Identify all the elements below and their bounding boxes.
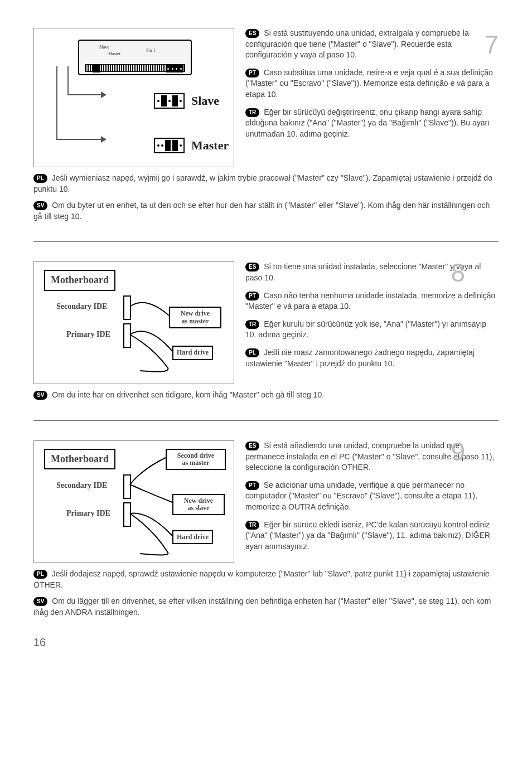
s7-es: Si está sustituyendo una unidad, extraíg… xyxy=(245,28,469,59)
badge-sv: SV xyxy=(33,201,47,210)
s8-pt: Caso não tenha nenhuma unidade instalada… xyxy=(245,291,495,311)
slave-label: Slave xyxy=(191,93,219,110)
fig9-seconddrive: Second drive as master xyxy=(166,449,226,470)
figure-8: Motherboard Secondary IDE Primary IDE Ne… xyxy=(33,261,234,384)
fig7-top-slave-label: Slave xyxy=(99,44,109,50)
s7-tr: Eğer bir sürücüyü değiştirirseniz, onu ç… xyxy=(245,108,490,138)
step-number-7: 7 xyxy=(484,27,499,62)
fig9-primary: Primary IDE xyxy=(66,508,110,519)
badge-pt: PT xyxy=(245,292,259,300)
badge-pl: PL xyxy=(245,348,259,357)
s9-pt: Se adicionar uma unidade, verifique a qu… xyxy=(245,481,477,511)
figure-7: Slave Master Pin 1 Sl xyxy=(33,28,234,167)
jumper-slave-small xyxy=(93,65,100,72)
step-number-8: 8 xyxy=(451,255,465,290)
s9-tr: Eğer bir sürücü ekledi iseniz, PC'de kal… xyxy=(245,520,490,551)
s9-pl: Jeśli dodajesz napęd, sprawdź ustawienie… xyxy=(33,569,490,589)
s8-es: Si no tiene una unidad instalada, selecc… xyxy=(245,262,481,282)
s8-pl: Jeśli nie masz zamontowanego żadnego nap… xyxy=(245,348,475,368)
step-7: 7 Slave Master Pin 1 xyxy=(33,28,499,222)
fig8-sec-ide-port xyxy=(123,295,131,320)
fig9-pri-ide-port xyxy=(123,502,131,527)
fig7-top-master-label: Master xyxy=(108,51,120,57)
s7-pl: Jeśli wymieniasz napęd, wyjmij go i spra… xyxy=(33,173,492,193)
s7-sv: Om du byter ut en enhet, ta ut den och s… xyxy=(33,201,490,221)
fig8-harddrive: Hard drive xyxy=(172,346,213,360)
page-number: 16 xyxy=(33,634,499,650)
badge-pt: PT xyxy=(245,69,259,77)
fig8-motherboard: Motherboard xyxy=(44,270,115,290)
badge-es: ES xyxy=(245,263,259,271)
fig7-pin1-label: Pin 1 xyxy=(146,47,156,54)
fig9-motherboard: Motherboard xyxy=(44,449,115,469)
badge-pt: PT xyxy=(245,481,259,490)
badge-tr: TR xyxy=(245,521,259,530)
badge-es: ES xyxy=(245,29,259,38)
divider xyxy=(33,241,499,242)
s8-sv: Om du inte har en drivenhet sen tidigare… xyxy=(52,390,324,399)
fig8-newdrive: New drive as master xyxy=(169,307,221,328)
master-label: Master xyxy=(191,137,229,154)
badge-sv: SV xyxy=(33,597,47,606)
fig8-secondary: Secondary IDE xyxy=(56,301,107,312)
badge-es: ES xyxy=(245,442,259,450)
badge-pl: PL xyxy=(33,174,47,183)
figure-9: Motherboard Secondary IDE Primary IDE Se… xyxy=(33,440,234,563)
badge-sv: SV xyxy=(33,391,47,400)
badge-tr: TR xyxy=(245,108,259,117)
fig9-secondary: Secondary IDE xyxy=(56,480,107,491)
step-8: 8 Motherboard Secondary IDE Primary IDE … xyxy=(33,261,499,401)
step-9: 9 Motherboard Secondary IDE Primary IDE … xyxy=(33,440,499,618)
s7-pt: Caso substitua uma unidade, retire-a e v… xyxy=(245,68,493,99)
fig9-newdrive: New drive as slave xyxy=(172,494,225,515)
jumper-slave-icon xyxy=(154,93,185,109)
s8-tr: Eğer kurulu bir sürücünüz yok ise, "Ana"… xyxy=(245,319,486,340)
fig9-sec-ide-port xyxy=(123,474,131,499)
divider xyxy=(33,420,499,421)
badge-tr: TR xyxy=(245,320,259,329)
step-number-9: 9 xyxy=(451,434,465,469)
fig8-primary: Primary IDE xyxy=(66,329,110,340)
jumper-master-icon xyxy=(154,138,185,153)
fig9-harddrive: Hard drive xyxy=(172,530,213,544)
badge-pl: PL xyxy=(33,570,47,579)
step7-text: ESSi está sustituyendo una unidad, extra… xyxy=(245,28,499,146)
fig8-pri-ide-port xyxy=(123,323,131,348)
s9-sv: Om du lägger till en drivenhet, se efter… xyxy=(33,597,491,617)
